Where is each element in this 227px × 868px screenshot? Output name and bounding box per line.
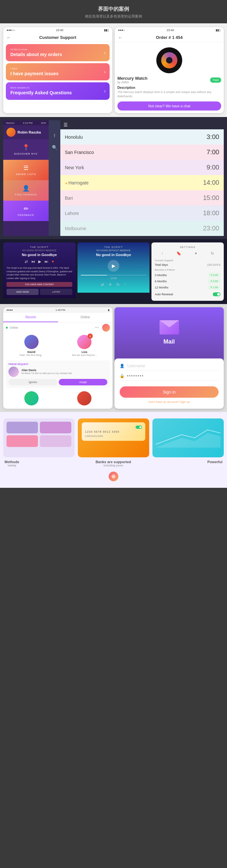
tab-online[interactable]: Online (58, 313, 113, 322)
settings-bookmark-icon[interactable]: 🔖 (176, 251, 181, 256)
time-melbourne: 23:00 (203, 225, 219, 232)
card-toggle[interactable] (136, 426, 142, 429)
time-entry-harrogate[interactable]: ★Harrogate 14:00 (60, 175, 224, 190)
method-block-4 (40, 435, 72, 447)
tab-recent[interactable]: Recent (3, 313, 58, 322)
contact-david[interactable]: David Yeah, the first thing... (6, 335, 57, 357)
times-header: ☰ (60, 120, 224, 129)
auto-renewal-toggle[interactable] (213, 292, 221, 296)
hamburger-icon[interactable]: ☰ (63, 122, 68, 127)
music-action-buttons: ADD NOW LATER (6, 289, 72, 295)
powerful-label-col: Powerful (207, 460, 223, 467)
next-icon[interactable]: ⏭ (45, 259, 48, 264)
time-entry-sf[interactable]: San Francisco 7:00 (60, 145, 224, 160)
repeat-icon[interactable]: ↻ (116, 282, 120, 287)
bottom-dot[interactable] (109, 472, 118, 481)
liza-message-badge: 8 (88, 334, 93, 339)
password-field[interactable]: •••••••• (127, 374, 144, 378)
back-arrow-icon[interactable]: ← (6, 35, 11, 40)
avatar-david (24, 335, 38, 349)
support-card-payment[interactable]: I have I have payment issues › (6, 63, 110, 81)
settings-star-icon[interactable]: ✦ (194, 251, 198, 256)
time-entry-bari[interactable]: Bari 15:00 (60, 190, 224, 206)
watch-core (166, 57, 172, 64)
time-bari: 15:00 (203, 194, 219, 202)
contacts-tabs: Recent Online (3, 313, 113, 322)
shuffle-icon-2[interactable]: ⇄ (101, 282, 104, 287)
banks-label-col: Banks are supported Including yours (96, 460, 131, 467)
card-arrow-icon-2: › (104, 69, 106, 75)
credit-card: 1234 5678 9012 3456 CARDHOLDER (82, 422, 145, 441)
share-icon[interactable]: ↑ (124, 282, 126, 287)
contact-bottom-1[interactable] (6, 391, 57, 407)
support-navbar: ← Customer Support (3, 33, 112, 42)
nav-statusbar: Verizon 3:19 PM 30% (3, 120, 49, 125)
method-block-1 (6, 422, 38, 433)
username-input[interactable] (127, 364, 219, 368)
search-side-icon[interactable]: 🔍 (52, 145, 57, 150)
contact-bottom-2[interactable] (59, 391, 110, 407)
sidebar-item-discover[interactable]: 📍 DISCOVER NYC (3, 140, 49, 160)
time-ny: 9:00 (206, 164, 219, 171)
city-sf: San Francisco (65, 150, 94, 155)
payment-tiles-row: 1234 5678 9012 3456 CARDHOLDER (3, 418, 224, 457)
progress-bar[interactable] (81, 275, 147, 276)
ignore-button[interactable]: Ignore (8, 379, 57, 385)
order-nav-title: Order # 1 454 (156, 35, 182, 40)
plan-6m-price[interactable]: € 0,99 (208, 279, 221, 284)
nav-user-row: Robin Raszka (3, 125, 49, 140)
card-arrow-icon-1: › (104, 50, 106, 56)
prev-icon[interactable]: ⏮ (31, 259, 35, 264)
sidebar-item-feedback[interactable]: ✏ FEEDBACK (3, 200, 49, 221)
feedback-icon: ✏ (6, 205, 46, 212)
support-card-orders[interactable]: I'd like to know Details about my orders… (6, 44, 110, 61)
total-days-value: 220 DAYS (207, 263, 221, 267)
customer-support-phone: ●●●○○ 23:40 ▮▮▯ ← Customer Support I'd l… (3, 27, 112, 113)
time-entry-ny[interactable]: New York 9:00 (60, 160, 224, 175)
no-account-text: Don't have an account? (148, 400, 179, 404)
plan-3m-price[interactable]: € 0,49 (208, 273, 221, 277)
friends-label: FIND FRIENDS (6, 193, 46, 196)
settings-refresh-icon[interactable]: ↻ (211, 251, 214, 256)
music-panel-info: THE SCRIPT NO GOING WITHOUT ABSENCE No g… (3, 243, 76, 301)
later-button[interactable]: LATER (40, 289, 72, 295)
shuffle-icon[interactable]: ⇄ (25, 259, 28, 264)
play-button-large[interactable]: ▶ (108, 260, 119, 272)
plan-6months: 6 Months € 0,99 (155, 279, 221, 284)
add-now-button[interactable]: ADD NOW (6, 289, 38, 295)
signin-button[interactable]: Sign in (120, 386, 219, 398)
music-panel-blue: THE SCRIPT NO GOING WITHOUT ABSENCE No g… (78, 243, 150, 293)
mail-envelope-icon (160, 320, 179, 335)
time-entry-honolulu[interactable]: Honolulu 3:00 (60, 129, 224, 145)
music-panel-settings: SETTINGS ↑ 🔖 ✦ ↻ Current Support Total d… (151, 243, 224, 301)
contacts-time: 1:49 PM (55, 309, 65, 311)
battery-icon: ▮▮▯ (104, 29, 109, 32)
contacts-signal: ●●●● (6, 309, 12, 311)
card-toggle-row (85, 426, 142, 429)
contact-liza[interactable]: 8 Liza Are we sure they've... (59, 335, 110, 357)
close-icon-player[interactable]: ✕ (109, 282, 112, 287)
mail-top-section: Mail (114, 307, 224, 358)
plan-12m-price[interactable]: € 1,99 (208, 285, 221, 290)
card-title-1: Details about my orders (10, 52, 105, 57)
order-back-arrow[interactable]: ← (118, 35, 122, 40)
facebook-icon[interactable]: f (54, 133, 55, 138)
music-title-2: No good in Goodbye (81, 253, 147, 257)
plan-3m-label: 3 Months (155, 274, 167, 277)
sidebar-item-friends[interactable]: 👤 FIND FRIENDS (3, 180, 49, 200)
time-entry-melbourne[interactable]: Melbourne 23:00 (60, 221, 224, 236)
chat-button[interactable]: Not clear? We have a chat (117, 101, 221, 111)
support-nav-title: Customer Support (39, 35, 76, 40)
heart-icon[interactable]: ♥ (52, 259, 54, 264)
settings-share-icon[interactable]: ↑ (162, 251, 164, 256)
card-label-1: I'd like to know (10, 48, 105, 51)
signup-link[interactable]: Sign up (180, 400, 190, 404)
support-card-faq[interactable]: More answers in Frequently Asked Questio… (6, 82, 110, 99)
sidebar-item-saved[interactable]: ☰ SAVED LISTS (3, 160, 49, 180)
play-pause-icon[interactable]: ▶ (38, 259, 41, 264)
product-name: Mercury Watch (117, 76, 147, 81)
user-icon: 👤 (120, 364, 124, 368)
time-entry-lahore[interactable]: Lahore 18:00 (60, 206, 224, 221)
accept-button[interactable]: Acept (59, 379, 108, 385)
time-lahore: 18:00 (203, 209, 219, 217)
